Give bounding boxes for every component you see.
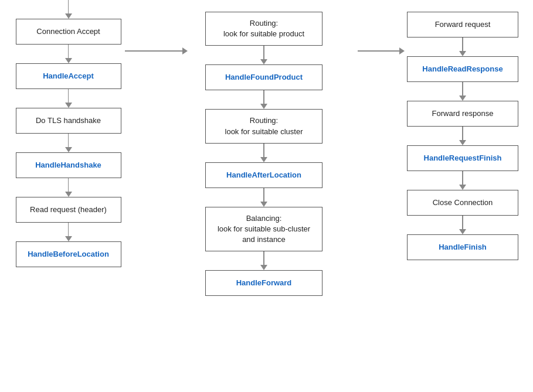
handle-handshake-box: HandleHandshake	[16, 152, 121, 178]
routing-product-label: Routing:look for suitable product	[223, 18, 304, 39]
arrow-m4	[258, 188, 270, 207]
handle-accept-label: HandleAccept	[43, 71, 94, 81]
handle-read-response-box: HandleReadResponse	[407, 56, 518, 82]
tls-handshake-label: Do TLS handshake	[36, 115, 101, 126]
forward-response-label: Forward response	[432, 108, 494, 119]
column-middle: Routing:look for suitable product Handle…	[176, 0, 352, 296]
handle-accept-box: HandleAccept	[16, 63, 121, 89]
arrow-5	[63, 223, 74, 241]
arrow-2	[63, 89, 74, 108]
handle-found-product-box: HandleFoundProduct	[205, 64, 322, 90]
forward-request-box: Forward request	[407, 12, 518, 38]
arrow-r5	[457, 216, 469, 234]
arrow-r2	[457, 82, 469, 101]
handle-read-response-label: HandleReadResponse	[422, 64, 503, 74]
handle-before-location-label: HandleBeforeLocation	[28, 249, 109, 260]
diagram: Connection Accept HandleAccept Do TLS ha…	[0, 0, 533, 392]
arrow-m3	[258, 144, 270, 162]
arrow-4	[63, 178, 74, 197]
balancing-label: Balancing:look for suitable sub-clustera…	[218, 213, 310, 246]
handle-request-finish-label: HandleRequestFinish	[424, 153, 502, 163]
forward-request-label: Forward request	[435, 19, 491, 30]
arrow-r4	[457, 171, 469, 190]
arrow-r1	[457, 38, 469, 56]
handle-finish-label: HandleFinish	[439, 242, 487, 253]
close-connection-box: Close Connection	[407, 190, 518, 216]
column-right: Forward request HandleReadResponse Forwa…	[392, 0, 533, 260]
connection-accept-box: Connection Accept	[16, 19, 121, 45]
handle-found-product-label: HandleFoundProduct	[225, 72, 303, 83]
handle-forward-box: HandleForward	[205, 270, 322, 296]
balancing-box: Balancing:look for suitable sub-clustera…	[205, 207, 322, 252]
close-connection-label: Close Connection	[433, 197, 493, 208]
routing-cluster-box: Routing:look for suitable cluster	[205, 109, 322, 143]
handle-before-location-box: HandleBeforeLocation	[16, 241, 121, 267]
handle-request-finish-box: HandleRequestFinish	[407, 145, 518, 171]
arrow-m1	[258, 46, 270, 64]
forward-response-box: Forward response	[407, 101, 518, 127]
arrow-3	[63, 134, 74, 152]
column-left: Connection Accept HandleAccept Do TLS ha…	[0, 0, 137, 267]
arrow-top-left	[63, 0, 74, 19]
handle-handshake-label: HandleHandshake	[35, 160, 101, 171]
routing-cluster-label: Routing:look for suitable cluster	[225, 115, 303, 137]
routing-product-box: Routing:look for suitable product	[205, 12, 322, 46]
handle-forward-label: HandleForward	[236, 278, 292, 288]
tls-handshake-box: Do TLS handshake	[16, 108, 121, 134]
handle-after-location-box: HandleAfterLocation	[205, 162, 322, 188]
read-request-label: Read request (header)	[30, 204, 107, 215]
read-request-box: Read request (header)	[16, 197, 121, 223]
arrow-1	[63, 45, 74, 63]
arrow-h-line-1	[125, 50, 182, 52]
connection-accept-label: Connection Accept	[36, 26, 100, 37]
handle-after-location-label: HandleAfterLocation	[226, 170, 301, 180]
arrow-r3	[457, 127, 469, 145]
arrow-m5	[258, 251, 270, 270]
handle-finish-box: HandleFinish	[407, 234, 518, 260]
arrow-m2	[258, 90, 270, 109]
